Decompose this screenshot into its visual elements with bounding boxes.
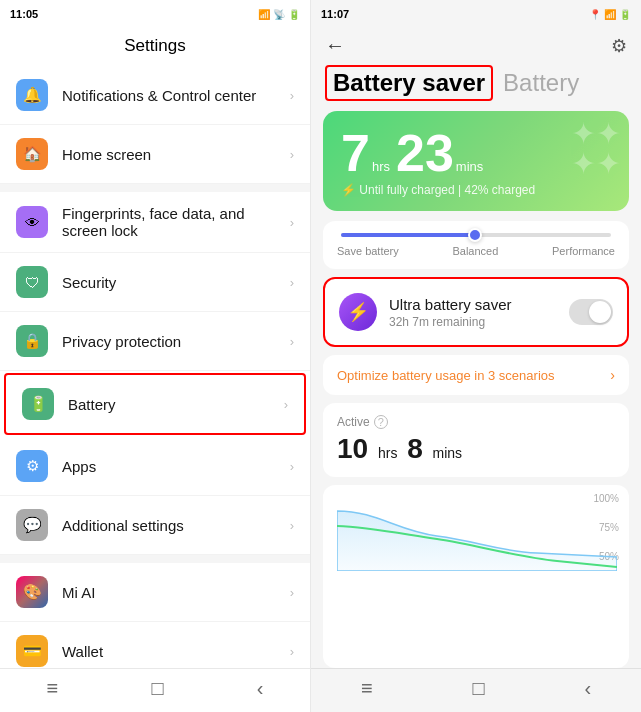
- chevron-icon: ›: [290, 334, 294, 349]
- slider-section: Save battery Balanced Performance: [323, 221, 629, 269]
- gear-icon[interactable]: ⚙: [611, 35, 627, 57]
- battery-right-icon: 🔋: [619, 9, 631, 20]
- active-mins: 8: [407, 433, 423, 464]
- menu-item-apps[interactable]: ⚙ Apps ›: [0, 437, 310, 496]
- apps-icon: ⚙: [26, 457, 39, 475]
- privacy-label: Privacy protection: [62, 333, 290, 350]
- chevron-icon: ›: [290, 518, 294, 533]
- battery-icon-wrap: 🔋: [22, 388, 54, 420]
- optimize-button[interactable]: Optimize battery usage in 3 scenarios ›: [323, 355, 629, 395]
- bottom-nav-left: ≡ □ ‹: [0, 668, 310, 712]
- tab-battery[interactable]: Battery: [503, 69, 579, 97]
- battery-menu-icon: 🔋: [29, 395, 48, 413]
- active-hrs-unit: hrs: [378, 445, 397, 461]
- bottom-nav-right: ≡ □ ‹: [311, 668, 641, 712]
- battery-sub-text: ⚡ Until fully charged | 42% charged: [341, 183, 611, 197]
- wallet-icon: 💳: [23, 642, 42, 660]
- info-icon: ?: [374, 415, 388, 429]
- nav-menu-icon[interactable]: ≡: [47, 677, 59, 700]
- ultra-toggle[interactable]: [569, 299, 613, 325]
- right-status-icons: 📍 📶 🔋: [589, 9, 631, 20]
- privacy-icon: 🔒: [23, 332, 42, 350]
- slider-performance: Performance: [552, 245, 615, 257]
- additional-icon: 💬: [23, 516, 42, 534]
- tab-battery-saver[interactable]: Battery saver: [325, 65, 493, 101]
- menu-item-battery[interactable]: 🔋 Battery ›: [4, 373, 306, 435]
- menu-item-notifications[interactable]: 🔔 Notifications & Control center ›: [0, 66, 310, 125]
- ultra-text: Ultra battery saver 32h 7m remaining: [389, 296, 569, 329]
- battery-chart-svg: [337, 501, 617, 571]
- menu-item-fingerprints[interactable]: 👁 Fingerprints, face data, and screen lo…: [0, 192, 310, 253]
- menu-item-security[interactable]: 🛡 Security ›: [0, 253, 310, 312]
- chevron-icon: ›: [290, 459, 294, 474]
- ultra-icon: ⚡: [339, 293, 377, 331]
- status-icons-left: 📶 📡 🔋: [258, 9, 300, 20]
- battery-label: Battery: [68, 396, 284, 413]
- signal-right-icon: 📶: [604, 9, 616, 20]
- chevron-icon: ›: [290, 88, 294, 103]
- privacy-icon-wrap: 🔒: [16, 325, 48, 357]
- status-bar-left: 11:05 📶 📡 🔋: [0, 0, 310, 28]
- nav-back-icon[interactable]: ‹: [257, 677, 264, 700]
- additional-icon-wrap: 💬: [16, 509, 48, 541]
- chart-section: 100% 75% 50%: [323, 485, 629, 668]
- slider-thumb[interactable]: [468, 228, 482, 242]
- back-button[interactable]: ←: [325, 34, 345, 57]
- chart-area: [337, 501, 615, 581]
- right-header: ← ⚙: [311, 28, 641, 65]
- right-nav-back[interactable]: ‹: [584, 677, 591, 700]
- notifications-icon-wrap: 🔔: [16, 79, 48, 111]
- apps-icon-wrap: ⚙: [16, 450, 48, 482]
- menu-item-additional[interactable]: 💬 Additional settings ›: [0, 496, 310, 555]
- chevron-icon: ›: [290, 215, 294, 230]
- slider-track[interactable]: [341, 233, 611, 237]
- active-label: Active ?: [337, 415, 615, 429]
- additional-label: Additional settings: [62, 517, 290, 534]
- wifi-icon: 📡: [273, 9, 285, 20]
- slider-balanced: Balanced: [452, 245, 498, 257]
- signal-icon: 📶: [258, 9, 270, 20]
- time-right: 11:07: [321, 8, 349, 20]
- menu-divider-2: [0, 555, 310, 563]
- home-label: Home screen: [62, 146, 290, 163]
- slider-fill: [341, 233, 476, 237]
- battery-mins: 23: [396, 127, 454, 179]
- active-hours: 10: [337, 433, 368, 464]
- menu-divider: [0, 184, 310, 192]
- menu-item-privacy[interactable]: 🔒 Privacy protection ›: [0, 312, 310, 371]
- fingerprints-icon-wrap: 👁: [16, 206, 48, 238]
- chevron-icon: ›: [290, 275, 294, 290]
- optimize-arrow: ›: [610, 367, 615, 383]
- menu-item-miai[interactable]: 🎨 Mi AI ›: [0, 563, 310, 622]
- battery-card: ✦✦✦✦ 7 hrs 23 mins ⚡ Until fully charged…: [323, 111, 629, 211]
- miai-icon: 🎨: [23, 583, 42, 601]
- slider-labels: Save battery Balanced Performance: [337, 245, 615, 257]
- chevron-icon: ›: [290, 644, 294, 659]
- location-icon: 📍: [589, 9, 601, 20]
- menu-item-home-screen[interactable]: 🏠 Home screen ›: [0, 125, 310, 184]
- settings-title: Settings: [0, 28, 310, 66]
- active-mins-unit: mins: [433, 445, 463, 461]
- right-nav-home[interactable]: □: [472, 677, 484, 700]
- wallet-icon-wrap: 💳: [16, 635, 48, 667]
- chevron-icon: ›: [290, 147, 294, 162]
- security-icon-wrap: 🛡: [16, 266, 48, 298]
- active-time: 10 hrs 8 mins: [337, 433, 615, 465]
- nav-home-icon[interactable]: □: [151, 677, 163, 700]
- ultra-sub: 32h 7m remaining: [389, 315, 569, 329]
- menu-item-wallet[interactable]: 💳 Wallet ›: [0, 622, 310, 668]
- status-bar-right: 11:07 📍 📶 🔋: [311, 0, 641, 28]
- miai-icon-wrap: 🎨: [16, 576, 48, 608]
- slider-save: Save battery: [337, 245, 399, 257]
- battery-hours: 7: [341, 127, 370, 179]
- chevron-icon: ›: [284, 397, 288, 412]
- apps-label: Apps: [62, 458, 290, 475]
- time-left: 11:05: [10, 8, 38, 20]
- battery-dots-decor: ✦✦✦✦: [571, 119, 621, 179]
- notifications-icon: 🔔: [23, 86, 42, 104]
- notifications-label: Notifications & Control center: [62, 87, 290, 104]
- chevron-icon: ›: [290, 585, 294, 600]
- mins-label: mins: [456, 159, 483, 174]
- right-nav-menu[interactable]: ≡: [361, 677, 373, 700]
- wallet-label: Wallet: [62, 643, 290, 660]
